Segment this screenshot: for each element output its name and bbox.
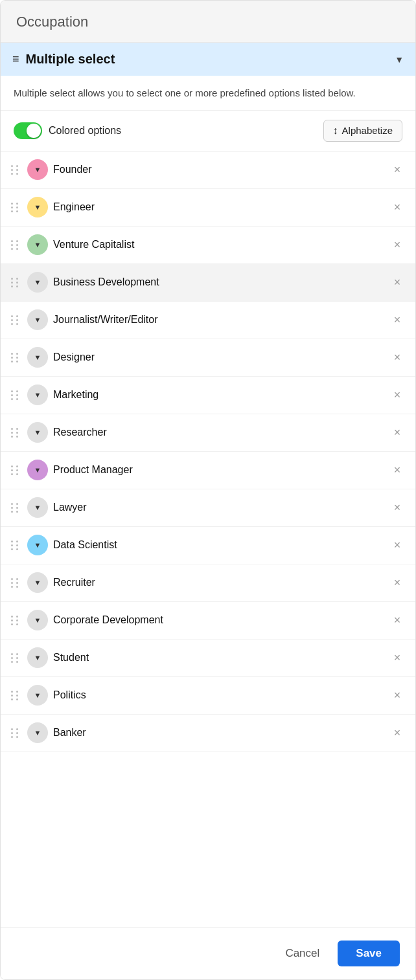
color-circle[interactable]: ▼ (27, 722, 48, 743)
alphabetize-button[interactable]: ↕ Alphabetize (323, 120, 402, 142)
list-item: ▼Venture Capitalist× (1, 227, 415, 264)
filter-icon: ≡ (12, 52, 19, 66)
color-circle[interactable]: ▼ (27, 197, 48, 217)
description-text: Multiple select allows you to select one… (1, 76, 415, 111)
option-label: Recruiter (53, 577, 384, 588)
color-circle[interactable]: ▼ (27, 272, 48, 293)
option-label: Lawyer (53, 502, 384, 513)
color-circle[interactable]: ▼ (27, 234, 48, 255)
color-circle[interactable]: ▼ (27, 309, 48, 330)
color-circle[interactable]: ▼ (27, 347, 48, 368)
drag-handle[interactable] (8, 314, 22, 326)
options-controls: Colored options ↕ Alphabetize (1, 111, 415, 151)
drag-handle[interactable] (8, 351, 22, 364)
sort-icon: ↕ (333, 125, 338, 137)
remove-option-button[interactable]: × (389, 725, 405, 741)
remove-option-button[interactable]: × (389, 274, 405, 290)
drag-handle[interactable] (8, 389, 22, 401)
option-label: Engineer (53, 201, 384, 213)
option-label: Banker (53, 727, 384, 739)
color-circle[interactable]: ▼ (27, 460, 48, 480)
drag-handle[interactable] (8, 539, 22, 551)
option-label: Marketing (53, 389, 384, 401)
option-label: Business Development (53, 276, 384, 288)
remove-option-button[interactable]: × (389, 500, 405, 515)
chevron-down-icon: ▼ (395, 54, 404, 65)
list-item: ▼Business Development× (1, 264, 415, 302)
alphabetize-label: Alphabetize (342, 125, 393, 136)
colored-options-toggle[interactable] (14, 122, 42, 139)
list-item: ▼Product Manager× (1, 452, 415, 489)
remove-option-button[interactable]: × (389, 537, 405, 553)
option-label: Venture Capitalist (53, 239, 384, 251)
occupation-header: Occupation (1, 1, 415, 43)
option-label: Researcher (53, 427, 384, 438)
list-item: ▼Banker× (1, 715, 415, 752)
list-item: ▼Lawyer× (1, 489, 415, 527)
drag-handle[interactable] (8, 689, 22, 702)
color-circle[interactable]: ▼ (27, 572, 48, 593)
drag-handle[interactable] (8, 201, 22, 214)
color-circle[interactable]: ▼ (27, 497, 48, 518)
option-label: Product Manager (53, 464, 384, 476)
drag-handle[interactable] (8, 727, 22, 739)
select-type-row[interactable]: ≡ Multiple select ▼ (1, 43, 415, 76)
drag-handle[interactable] (8, 164, 22, 176)
color-circle[interactable]: ▼ (27, 422, 48, 443)
save-button[interactable]: Save (338, 941, 400, 966)
toggle-knob (27, 124, 41, 138)
list-item: ▼Researcher× (1, 414, 415, 452)
remove-option-button[interactable]: × (389, 462, 405, 478)
remove-option-button[interactable]: × (389, 237, 405, 252)
option-label: Journalist/Writer/Editor (53, 314, 384, 326)
remove-option-button[interactable]: × (389, 350, 405, 365)
remove-option-button[interactable]: × (389, 312, 405, 328)
remove-option-button[interactable]: × (389, 687, 405, 703)
list-item: ▼Journalist/Writer/Editor× (1, 302, 415, 339)
options-list: ▼Founder×▼Engineer×▼Venture Capitalist×▼… (1, 151, 415, 928)
drag-handle[interactable] (8, 239, 22, 251)
colored-options-group: Colored options (14, 122, 121, 139)
option-label: Designer (53, 351, 384, 363)
option-label: Politics (53, 689, 384, 701)
list-item: ▼Recruiter× (1, 564, 415, 602)
option-label: Corporate Development (53, 614, 384, 626)
cancel-button[interactable]: Cancel (277, 942, 327, 965)
remove-option-button[interactable]: × (389, 650, 405, 665)
page-container: Occupation ≡ Multiple select ▼ Multiple … (0, 0, 416, 980)
color-circle[interactable]: ▼ (27, 159, 48, 180)
footer: Cancel Save (1, 927, 415, 979)
color-circle[interactable]: ▼ (27, 647, 48, 668)
color-circle[interactable]: ▼ (27, 610, 48, 630)
remove-option-button[interactable]: × (389, 162, 405, 177)
drag-handle[interactable] (8, 577, 22, 589)
remove-option-button[interactable]: × (389, 612, 405, 628)
option-label: Student (53, 652, 384, 663)
drag-handle[interactable] (8, 427, 22, 439)
list-item: ▼Student× (1, 640, 415, 677)
colored-options-label: Colored options (49, 125, 121, 137)
select-type-label: Multiple select (26, 52, 115, 67)
remove-option-button[interactable]: × (389, 575, 405, 590)
color-circle[interactable]: ▼ (27, 384, 48, 405)
drag-handle[interactable] (8, 652, 22, 664)
remove-option-button[interactable]: × (389, 387, 405, 403)
select-type-left: ≡ Multiple select (12, 52, 115, 67)
list-item: ▼Marketing× (1, 377, 415, 414)
remove-option-button[interactable]: × (389, 199, 405, 215)
list-item: ▼Politics× (1, 677, 415, 715)
color-circle[interactable]: ▼ (27, 685, 48, 706)
option-label: Founder (53, 164, 384, 175)
option-label: Data Scientist (53, 539, 384, 551)
list-item: ▼Data Scientist× (1, 527, 415, 564)
drag-handle[interactable] (8, 502, 22, 514)
drag-handle[interactable] (8, 464, 22, 476)
drag-handle[interactable] (8, 614, 22, 627)
page-title: Occupation (16, 14, 88, 30)
remove-option-button[interactable]: × (389, 425, 405, 440)
color-circle[interactable]: ▼ (27, 535, 48, 555)
list-item: ▼Founder× (1, 151, 415, 189)
list-item: ▼Engineer× (1, 189, 415, 227)
drag-handle[interactable] (8, 276, 22, 289)
list-item: ▼Corporate Development× (1, 602, 415, 640)
